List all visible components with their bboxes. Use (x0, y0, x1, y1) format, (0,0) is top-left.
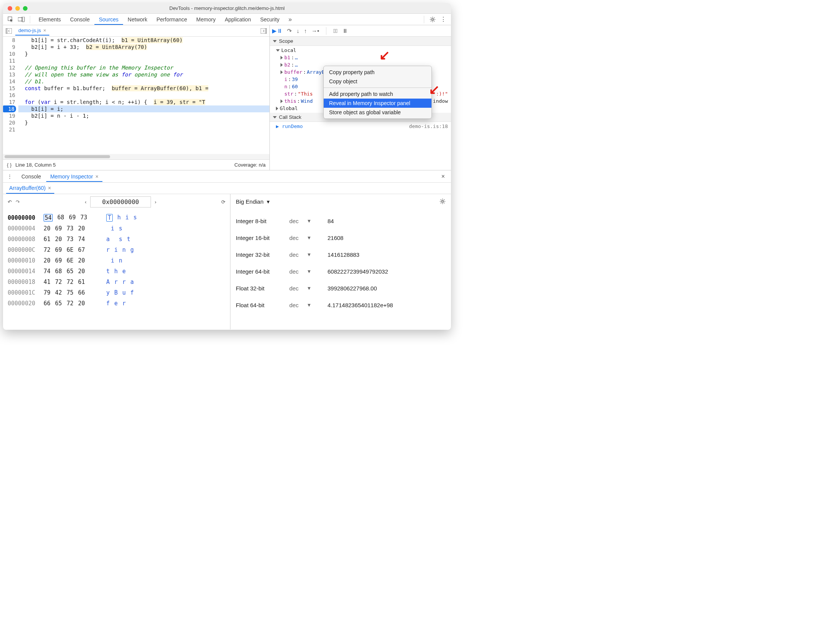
format-select[interactable]: dec ▾ (289, 268, 328, 275)
code-line[interactable]: // will open the same view as for openin… (18, 71, 269, 78)
svg-rect-7 (265, 28, 267, 34)
hex-row[interactable]: 0000001841727261Arra (8, 277, 225, 287)
format-select[interactable]: dec ▾ (289, 285, 328, 292)
close-drawer-tab-icon[interactable]: × (95, 173, 98, 180)
editor-status-bar: { } Line 18, Column 5 Coverage: n/a (3, 159, 269, 170)
tab-elements[interactable]: Elements (34, 14, 65, 25)
devtools-toolbar: ElementsConsoleSourcesNetworkPerformance… (3, 14, 451, 25)
undo-icon[interactable]: ↶ (8, 199, 12, 205)
value-settings-gear-icon[interactable] (439, 198, 446, 206)
pause-on-exceptions-icon[interactable]: ⏸ (342, 28, 348, 34)
scope-variable[interactable]: b1: … (276, 54, 448, 61)
code-line[interactable]: } (18, 50, 269, 57)
drawer-tab-memory-inspector[interactable]: Memory Inspector × (46, 171, 102, 182)
svg-point-8 (442, 200, 444, 202)
value-row: Integer 64-bitdec ▾6082227239949792032 (236, 263, 446, 280)
format-select[interactable]: dec ▾ (289, 251, 328, 258)
redo-icon[interactable]: ↷ (16, 199, 20, 205)
step-out-icon[interactable]: ↑ (304, 28, 307, 34)
prev-page-icon[interactable]: ‹ (85, 199, 86, 205)
hex-row[interactable]: 0000000420697320 is (8, 223, 225, 234)
value-row: Float 32-bitdec ▾3992806227968.00 (236, 280, 446, 297)
close-buffer-tab-icon[interactable]: × (48, 185, 51, 191)
value-row: Integer 16-bitdec ▾21608 (236, 229, 446, 246)
source-file-tab[interactable]: demo-js.js × (15, 26, 49, 36)
context-menu-item[interactable]: Copy property path (324, 68, 431, 77)
memory-buffer-tab[interactable]: ArrayBuffer(60) × (6, 183, 54, 194)
format-select[interactable]: dec ▾ (289, 234, 328, 241)
hex-row[interactable]: 0000000054686973This (8, 212, 225, 223)
close-drawer-icon[interactable]: × (438, 173, 449, 180)
drawer-menu-icon[interactable]: ⋮ (5, 172, 14, 181)
code-line[interactable]: // b1. (18, 78, 269, 85)
resume-icon[interactable]: ▶⏸ (272, 28, 282, 34)
tab-network[interactable]: Network (123, 14, 152, 25)
code-line[interactable]: b2[i] = i + 33; b2 = Uint8Array(70) (18, 44, 269, 50)
code-line[interactable] (18, 92, 269, 99)
code-line[interactable]: b2[i] = n - i - 1; (18, 112, 269, 119)
tab-application[interactable]: Application (220, 14, 256, 25)
window-title: DevTools - memory-inspector.glitch.me/de… (3, 5, 451, 11)
hex-row[interactable]: 0000002066657220fer (8, 298, 225, 309)
callstack-frame[interactable]: ▶ runDemo demo-is.is:18 (276, 123, 448, 130)
value-row: Integer 8-bitdec ▾84 (236, 212, 446, 229)
svg-rect-5 (6, 28, 8, 34)
context-menu: Copy property pathCopy objectAdd propert… (323, 66, 432, 119)
next-page-icon[interactable]: › (155, 199, 156, 205)
tab-memory[interactable]: Memory (192, 14, 221, 25)
hex-row[interactable]: 0000000C72696E67ring (8, 245, 225, 255)
refresh-memory-icon[interactable]: ⟳ (221, 199, 225, 205)
hex-row[interactable]: 0000001020696E20 in (8, 255, 225, 266)
format-select[interactable]: dec ▾ (289, 301, 328, 308)
device-toolbar-icon[interactable] (17, 15, 26, 24)
code-line[interactable]: const buffer = b1.buffer; buffer = Array… (18, 85, 269, 92)
format-select[interactable]: dec ▾ (289, 217, 328, 224)
titlebar: DevTools - memory-inspector.glitch.me/de… (3, 3, 451, 14)
hex-row[interactable]: 0000001C79427566yBuf (8, 287, 225, 298)
hex-row[interactable]: 0000000861207374a st (8, 234, 225, 245)
tab-security[interactable]: Security (256, 14, 284, 25)
code-line[interactable]: b1[i] = i; (18, 105, 269, 112)
code-line[interactable]: } (18, 119, 269, 126)
hex-row[interactable]: 0000001474686520the (8, 266, 225, 277)
tab-console[interactable]: Console (65, 14, 94, 25)
value-row: Float 64-bitdec ▾4.171482365401182e+98 (236, 297, 446, 313)
context-menu-item[interactable]: Reveal in Memory Inspector panel (324, 99, 431, 108)
file-tab-label: demo-js.js (18, 28, 41, 33)
step-icon[interactable]: →• (311, 28, 319, 34)
horizontal-scrollbar[interactable] (3, 154, 269, 159)
code-line[interactable]: // Opening this buffer in the Memory Ins… (18, 64, 269, 71)
code-line[interactable]: for (var i = str.length; i < n; ++i) { i… (18, 99, 269, 105)
close-file-tab-icon[interactable]: × (43, 28, 46, 33)
kebab-menu-icon[interactable]: ⋮ (439, 15, 448, 24)
annotation-arrow-2: ↙ (429, 82, 439, 97)
cursor-position: Line 18, Column 5 (15, 162, 56, 168)
address-input[interactable]: 0x00000000 (90, 196, 151, 207)
coverage-status: Coverage: n/a (234, 162, 266, 168)
step-into-icon[interactable]: ↓ (297, 28, 300, 34)
debugger-pane-toggle-icon[interactable] (259, 27, 268, 35)
deactivate-breakpoints-icon[interactable]: ◪⃠ (333, 28, 337, 34)
code-line[interactable] (18, 126, 269, 133)
inspect-element-icon[interactable] (6, 15, 15, 24)
navigator-pane-toggle-icon[interactable] (5, 27, 13, 35)
value-row: Integer 32-bitdec ▾1416128883 (236, 246, 446, 263)
more-tabs-icon[interactable]: » (285, 15, 295, 24)
scope-heading[interactable]: Scope (270, 37, 451, 46)
tab-sources[interactable]: Sources (94, 14, 123, 25)
svg-point-3 (432, 18, 434, 20)
endianness-select[interactable]: Big Endian ▾ (236, 198, 270, 205)
context-menu-item[interactable]: Store object as global variable (324, 108, 431, 117)
annotation-arrow-1: ↙ (379, 47, 390, 63)
code-line[interactable] (18, 57, 269, 64)
context-menu-item[interactable]: Add property path to watch (324, 89, 431, 99)
drawer-tab-console[interactable]: Console (18, 171, 45, 182)
settings-gear-icon[interactable] (428, 15, 437, 24)
pretty-print-icon[interactable]: { } (7, 162, 11, 168)
tab-performance[interactable]: Performance (152, 14, 191, 25)
context-menu-item[interactable]: Copy object (324, 77, 431, 86)
code-line[interactable]: b1[i] = str.charCodeAt(i); b1 = Uint8Arr… (18, 37, 269, 44)
step-over-icon[interactable]: ↷ (287, 28, 292, 34)
scope-local-heading[interactable]: Local (276, 47, 448, 54)
